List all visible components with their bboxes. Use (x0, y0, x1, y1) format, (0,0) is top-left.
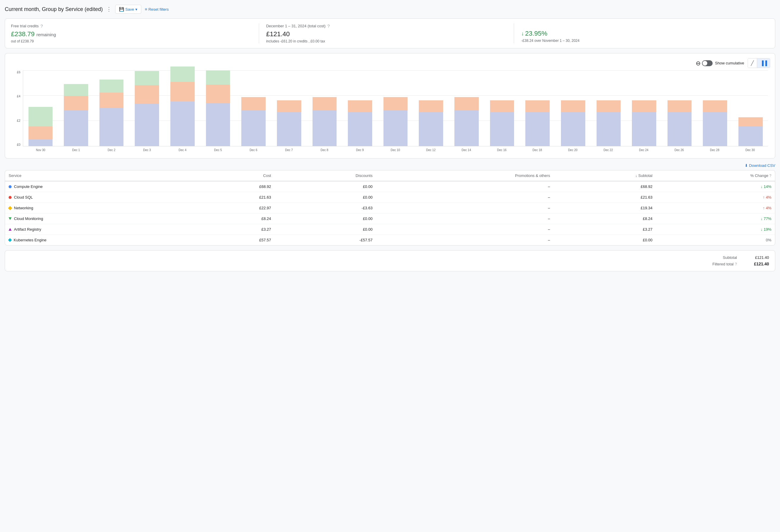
chart-bar-group (165, 66, 200, 146)
change-help-icon[interactable]: ? (769, 174, 771, 178)
chart-bar-group (733, 117, 768, 146)
promotions-cell: – (376, 213, 553, 224)
service-name: Cloud SQL (14, 195, 33, 199)
total-cost-sub: includes -£61.20 in credits , £0.00 tax (266, 39, 507, 43)
x-label: Dec 12 (413, 148, 449, 152)
chart-bar-group (236, 97, 271, 146)
change-cell: ↑ 4% (656, 203, 775, 213)
discounts-cell: -£3.63 (275, 203, 376, 213)
chart-bar-group (555, 100, 590, 146)
chart-y-labels: £6 £4 £2 £0 (12, 70, 22, 146)
line-chart-btn[interactable]: ╱ (748, 58, 757, 68)
save-button[interactable]: 💾 Save ▾ (115, 5, 141, 14)
cost-cell: £57.57 (195, 235, 275, 245)
menu-icon[interactable]: ⋮ (106, 6, 112, 12)
chart-bar-group (130, 71, 164, 146)
service-indicator-icon (9, 185, 11, 188)
x-label: Dec 1 (58, 148, 94, 152)
services-table: Service Cost Discounts Promotions & othe… (5, 171, 775, 245)
table-row: Cloud Monitoring£8.24£0.00–£8.24↓ 77% (5, 213, 775, 224)
x-label: Dec 18 (520, 148, 555, 152)
chart-bar-group (94, 80, 129, 146)
change-cell: 0% (656, 235, 775, 245)
promotions-cell: – (376, 181, 553, 192)
chart-bar-group (449, 97, 484, 146)
filtered-total-row: Filtered total ? £121.40 (712, 261, 769, 266)
col-service: Service (5, 171, 195, 181)
discounts-cell: £0.00 (275, 213, 376, 224)
trial-credits-label: Free trial credits ? (11, 23, 252, 29)
promotions-cell: – (376, 224, 553, 235)
chart-type-buttons: ╱ ▐▐ (748, 58, 770, 68)
change-cell: ↑ 4% (656, 192, 775, 203)
x-label: Dec 16 (484, 148, 520, 152)
col-discounts: Discounts (275, 171, 376, 181)
chart-bars (23, 70, 768, 146)
chart-bar-group (485, 100, 520, 146)
promotions-cell: – (376, 192, 553, 203)
x-label: Dec 14 (448, 148, 484, 152)
trial-amount: £238.79 remaining (11, 30, 252, 38)
table-row: Cloud SQL£21.63£0.00–£21.63↑ 4% (5, 192, 775, 203)
discounts-cell: £0.00 (275, 224, 376, 235)
x-label: Dec 26 (662, 148, 697, 152)
cumulative-toggle-label: ⊖ Show cumulative (696, 60, 744, 67)
service-name: Networking (14, 206, 33, 210)
service-cell: Cloud SQL (5, 192, 195, 203)
x-label: Dec 20 (555, 148, 591, 152)
x-label: Dec 28 (697, 148, 733, 152)
x-label: Dec 10 (378, 148, 413, 152)
subtotal-cell: £0.00 (553, 235, 656, 245)
filter-icon: ≡ (145, 7, 147, 11)
service-indicator-icon (9, 196, 11, 199)
footer-totals: Subtotal £121.40 Filtered total ? £121.4… (11, 255, 769, 266)
total-cost-amount: £121.40 (266, 30, 507, 38)
trial-help-icon[interactable]: ? (40, 23, 43, 29)
service-cell: Compute Engine (5, 181, 195, 192)
total-cost-col: December 1 – 31, 2024 (total cost) ? £12… (259, 23, 514, 43)
cost-cell: £3.27 (195, 224, 275, 235)
table-row: Networking£22.97-£3.63–£19.34↑ 4% (5, 203, 775, 213)
col-cost: Cost (195, 171, 275, 181)
promotions-cell: – (376, 203, 553, 213)
x-label: Dec 7 (271, 148, 307, 152)
cumulative-toggle[interactable] (702, 60, 713, 66)
page-title: Current month, Group by Service (edited) (5, 6, 103, 12)
chart-bar-group (343, 100, 378, 146)
change-sub: -£38.24 over November 1 – 30, 2024 (521, 39, 762, 43)
x-label: Dec 4 (165, 148, 200, 152)
subtotal-label: Subtotal (723, 255, 737, 260)
discounts-cell: £0.00 (275, 192, 376, 203)
toggle-icon: ⊖ (696, 60, 701, 67)
chart-bar-group (627, 100, 662, 146)
x-label: Dec 3 (130, 148, 165, 152)
chart-bar-group (59, 84, 94, 146)
subtotal-cell: £8.24 (553, 213, 656, 224)
discounts-cell: £0.00 (275, 181, 376, 192)
chart-bar-group (520, 100, 555, 146)
table-row: Artifact Registry£3.27£0.00–£3.27↓ 19% (5, 224, 775, 235)
summary-card: Free trial credits ? £238.79 remaining o… (5, 18, 775, 48)
x-label: Dec 6 (236, 148, 271, 152)
chart-area: £6 £4 £2 £0 Nov 30Dec 1Dec 2Dec 3Dec 4De… (12, 70, 768, 153)
change-pct: ↓ 23.95% (521, 30, 762, 37)
chart-controls: ⊖ Show cumulative ╱ ▐▐ (10, 58, 770, 68)
change-cell: ↓ 77% (656, 213, 775, 224)
promotions-cell: – (376, 235, 553, 245)
total-cost-help-icon[interactable]: ? (327, 23, 330, 29)
reset-filters-button[interactable]: ≡ Reset filters (145, 7, 169, 11)
change-cell: ↓ 14% (656, 181, 775, 192)
page-header: Current month, Group by Service (edited)… (5, 5, 775, 14)
col-change: % Change ? (656, 171, 775, 181)
x-label: Dec 9 (342, 148, 378, 152)
service-indicator-icon (8, 206, 12, 210)
service-name: Artifact Registry (14, 227, 41, 232)
download-csv-button[interactable]: ⬇ Download CSV (745, 163, 775, 168)
filtered-total-label: Filtered total ? (712, 262, 737, 266)
bar-chart-btn[interactable]: ▐▐ (757, 58, 770, 68)
table-row: Kubernetes Engine£57.57-£57.57–£0.000% (5, 235, 775, 245)
total-cost-label: December 1 – 31, 2024 (total cost) ? (266, 23, 507, 29)
filtered-help-icon[interactable]: ? (735, 262, 737, 266)
service-cell: Networking (5, 203, 195, 213)
summary-footer: Subtotal £121.40 Filtered total ? £121.4… (5, 250, 775, 271)
